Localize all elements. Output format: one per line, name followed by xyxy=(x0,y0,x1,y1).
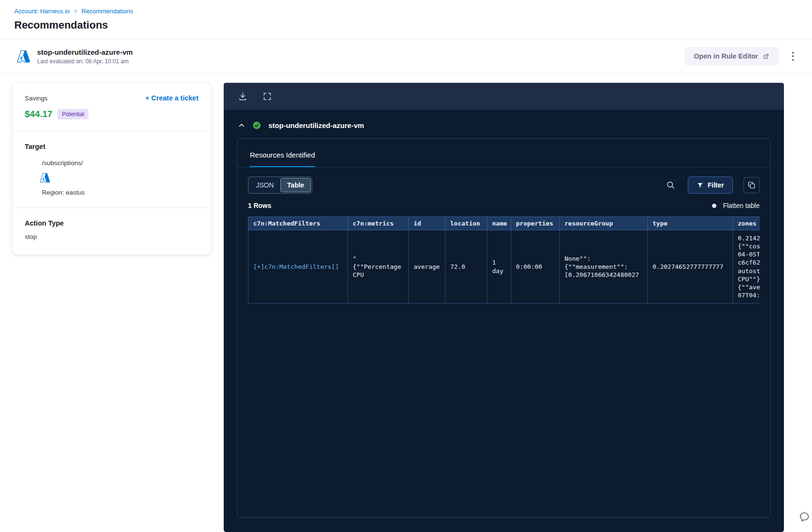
col-location: location xyxy=(446,217,487,230)
recommendation-name: stop-underutilized-azure-vm xyxy=(37,48,133,56)
resources-table: c7n:MatchedFilters c7n:metrics id locati… xyxy=(248,217,760,304)
flatten-table-label: Flatten table xyxy=(723,202,760,209)
recommendation-header: stop-underutilized-azure-vm Last evaluat… xyxy=(0,39,812,74)
savings-row: Savings + Create a ticket xyxy=(25,94,198,102)
recommendation-header-actions: Open in Rule Editor xyxy=(685,47,798,65)
target-region: Region: eastus xyxy=(42,189,198,196)
col-matched-filters: c7n:MatchedFilters xyxy=(248,217,348,230)
azure-icon-small xyxy=(40,173,198,183)
filter-button-label: Filter xyxy=(708,181,724,189)
fullscreen-button[interactable] xyxy=(263,92,272,101)
recommendation-header-text: stop-underutilized-azure-vm Last evaluat… xyxy=(37,48,133,65)
topbar: Account: Harness.io > Recommendations Re… xyxy=(0,0,812,31)
table-row: [+]c7n:MatchedFilters[] " {""Percentage … xyxy=(248,230,760,304)
copy-icon xyxy=(747,181,756,189)
table-controls-row: JSON Table Filter xyxy=(238,167,770,200)
download-icon xyxy=(238,92,248,101)
view-toggle: JSON Table xyxy=(248,177,312,194)
search-icon xyxy=(666,180,675,190)
download-button[interactable] xyxy=(238,92,248,101)
col-metrics: c7n:metrics xyxy=(348,217,409,230)
col-properties: properties xyxy=(511,217,560,230)
cell-name: 1 day xyxy=(487,230,511,304)
cell-resource-group: None"": {""measurement"": [0.20671066342… xyxy=(560,230,648,304)
action-type-label: Action Type xyxy=(25,219,198,227)
cell-metrics: " {""Percentage CPU xyxy=(348,230,409,304)
col-resource-group: resourceGroup xyxy=(560,217,648,230)
copy-button[interactable] xyxy=(743,177,760,193)
view-toggle-json[interactable]: JSON xyxy=(249,178,280,192)
resources-table-body: [+]c7n:MatchedFilters[] " {""Percentage … xyxy=(248,230,760,304)
tab-resources-identified[interactable]: Resources Identified xyxy=(250,151,315,167)
open-rule-editor-label: Open in Rule Editor xyxy=(694,52,758,60)
external-link-icon xyxy=(762,53,770,60)
cell-matched-filters-expand[interactable]: [+]c7n:MatchedFilters[] xyxy=(248,230,348,304)
tab-row: Resources Identified xyxy=(238,139,770,167)
target-label: Target xyxy=(25,143,198,150)
page: Account: Harness.io > Recommendations Re… xyxy=(0,0,812,532)
recommendation-header-left: stop-underutilized-azure-vm Last evaluat… xyxy=(17,48,133,65)
filter-button[interactable]: Filter xyxy=(688,177,733,194)
cell-location: 72.0 xyxy=(446,230,487,304)
resource-section-row: stop-underutilized-azure-vm xyxy=(224,110,784,136)
resources-table-header: c7n:MatchedFilters c7n:metrics id locati… xyxy=(248,217,760,230)
search-button[interactable] xyxy=(666,180,675,190)
main-content: Savings + Create a ticket $44.17 Potenti… xyxy=(0,74,812,532)
col-zones: zones xyxy=(733,217,760,230)
col-name: name xyxy=(487,217,511,230)
filter-funnel-icon xyxy=(697,182,703,188)
potential-badge: Potential xyxy=(58,109,89,119)
flatten-table-toggle[interactable]: Flatten table xyxy=(712,202,760,209)
resources-card: Resources Identified JSON Table xyxy=(237,138,771,518)
col-id: id xyxy=(409,217,446,230)
support-chat-icon[interactable] xyxy=(799,511,810,524)
col-type: type xyxy=(648,217,733,230)
savings-label: Savings xyxy=(25,95,48,102)
cell-id: average xyxy=(409,230,446,304)
table-header-row: c7n:MatchedFilters c7n:metrics id locati… xyxy=(248,217,760,230)
breadcrumb: Account: Harness.io > Recommendations xyxy=(14,8,798,15)
azure-icon xyxy=(17,50,30,63)
open-rule-editor-button[interactable]: Open in Rule Editor xyxy=(685,47,779,65)
resource-section-title: stop-underutilized-azure-vm xyxy=(268,121,364,129)
view-toggle-table[interactable]: Table xyxy=(280,178,311,192)
cell-type: 0.20274652777777777 xyxy=(648,230,733,304)
fullscreen-icon xyxy=(263,92,272,101)
resources-panel: stop-underutilized-azure-vm Resources Id… xyxy=(224,83,784,532)
breadcrumb-account-link[interactable]: Account: Harness.io xyxy=(14,8,69,15)
savings-amount-row: $44.17 Potential xyxy=(25,109,198,119)
rows-info-row: 1 Rows Flatten table xyxy=(238,200,770,217)
savings-amount: $44.17 xyxy=(25,109,52,119)
details-card: Savings + Create a ticket $44.17 Potenti… xyxy=(12,83,211,255)
breadcrumb-separator: > xyxy=(74,8,77,15)
breadcrumb-current-link[interactable]: Recommendations xyxy=(81,8,133,15)
last-evaluated-text: Last evaluated on: 08 Apr, 10:01 am xyxy=(37,58,133,65)
create-ticket-link[interactable]: + Create a ticket xyxy=(145,94,198,102)
chevron-up-icon xyxy=(238,122,245,129)
flatten-toggle-dot-icon xyxy=(712,204,716,208)
success-check-icon xyxy=(252,121,261,130)
resources-table-viewport[interactable]: c7n:MatchedFilters c7n:metrics id locati… xyxy=(248,217,760,304)
cell-zones: 0.21423 {""cost 04-05T6 c6cf625 autostc … xyxy=(733,230,760,304)
card-divider xyxy=(12,207,211,208)
collapse-button[interactable] xyxy=(238,122,245,129)
target-path: /subscriptions/ xyxy=(42,159,198,167)
action-type-value: stop xyxy=(25,233,198,240)
more-options-button[interactable] xyxy=(788,49,798,64)
cell-properties: 0:00:00 xyxy=(511,230,560,304)
panel-toolbar xyxy=(224,83,784,110)
card-divider xyxy=(12,131,211,131)
page-title: Recommendations xyxy=(14,19,798,31)
row-count: 1 Rows xyxy=(248,202,271,209)
